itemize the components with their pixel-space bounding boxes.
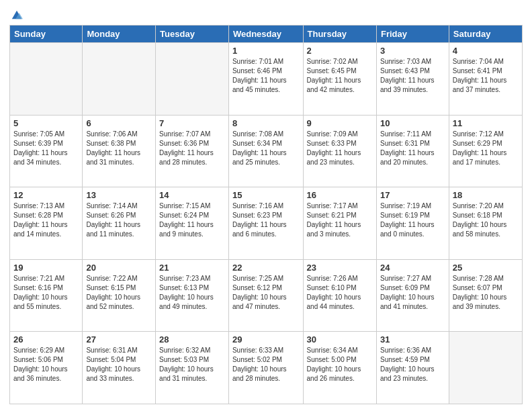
day-number: 7 [159,118,225,128]
day-number: 10 [380,118,445,128]
day-info: Sunrise: 7:21 AM Sunset: 6:16 PM Dayligh… [13,274,79,312]
day-info: Sunrise: 7:22 AM Sunset: 6:15 PM Dayligh… [86,274,152,312]
day-of-week-header: Monday [83,26,156,43]
day-info: Sunrise: 7:01 AM Sunset: 6:46 PM Dayligh… [232,57,300,95]
day-info: Sunrise: 7:25 AM Sunset: 6:12 PM Dayligh… [232,274,300,312]
day-number: 6 [86,118,152,128]
day-info: Sunrise: 7:04 AM Sunset: 6:41 PM Dayligh… [453,57,519,95]
day-number: 1 [232,46,300,56]
day-info: Sunrise: 7:16 AM Sunset: 6:23 PM Dayligh… [232,201,300,239]
calendar-day-cell: 12Sunrise: 7:13 AM Sunset: 6:28 PM Dayli… [10,187,83,260]
calendar-day-cell [156,43,229,116]
day-number: 3 [380,46,445,56]
day-number: 25 [453,263,519,273]
day-info: Sunrise: 6:33 AM Sunset: 5:02 PM Dayligh… [232,346,300,383]
day-info: Sunrise: 7:09 AM Sunset: 6:33 PM Dayligh… [307,130,373,167]
day-info: Sunrise: 6:36 AM Sunset: 4:59 PM Dayligh… [380,346,445,383]
day-number: 28 [159,334,225,345]
calendar-day-cell: 10Sunrise: 7:11 AM Sunset: 6:31 PM Dayli… [376,115,449,187]
calendar-day-cell: 27Sunrise: 6:31 AM Sunset: 5:04 PM Dayli… [83,332,156,404]
calendar-header-row: SundayMondayTuesdayWednesdayThursdayFrid… [10,26,523,43]
calendar-day-cell: 25Sunrise: 7:28 AM Sunset: 6:07 PM Dayli… [449,259,522,332]
day-number: 31 [380,334,445,345]
day-info: Sunrise: 7:08 AM Sunset: 6:34 PM Dayligh… [232,130,300,167]
day-number: 15 [232,190,300,200]
calendar-day-cell: 1Sunrise: 7:01 AM Sunset: 6:46 PM Daylig… [228,43,303,116]
calendar-day-cell: 7Sunrise: 7:07 AM Sunset: 6:36 PM Daylig… [156,115,229,187]
calendar-day-cell: 30Sunrise: 6:34 AM Sunset: 5:00 PM Dayli… [303,332,376,404]
day-number: 21 [159,263,225,273]
calendar-day-cell: 28Sunrise: 6:32 AM Sunset: 5:03 PM Dayli… [156,332,229,404]
calendar-day-cell: 24Sunrise: 7:27 AM Sunset: 6:09 PM Dayli… [376,259,449,332]
calendar-day-cell: 31Sunrise: 6:36 AM Sunset: 4:59 PM Dayli… [376,332,449,404]
calendar-day-cell: 26Sunrise: 6:29 AM Sunset: 5:06 PM Dayli… [10,332,83,404]
day-number: 29 [232,334,300,345]
day-info: Sunrise: 7:28 AM Sunset: 6:07 PM Dayligh… [453,274,519,312]
calendar-day-cell: 23Sunrise: 7:26 AM Sunset: 6:10 PM Dayli… [303,259,376,332]
day-info: Sunrise: 6:32 AM Sunset: 5:03 PM Dayligh… [159,346,225,383]
day-of-week-header: Wednesday [228,26,303,43]
day-number: 26 [13,334,79,345]
day-info: Sunrise: 7:17 AM Sunset: 6:21 PM Dayligh… [307,201,373,239]
calendar-day-cell: 21Sunrise: 7:23 AM Sunset: 6:13 PM Dayli… [156,259,229,332]
calendar-day-cell: 13Sunrise: 7:14 AM Sunset: 6:26 PM Dayli… [83,187,156,260]
day-info: Sunrise: 7:11 AM Sunset: 6:31 PM Dayligh… [380,130,445,167]
day-number: 27 [86,334,152,345]
day-of-week-header: Saturday [449,26,522,43]
day-info: Sunrise: 6:29 AM Sunset: 5:06 PM Dayligh… [13,346,79,383]
calendar-day-cell: 4Sunrise: 7:04 AM Sunset: 6:41 PM Daylig… [449,43,522,116]
calendar-day-cell: 8Sunrise: 7:08 AM Sunset: 6:34 PM Daylig… [228,115,303,187]
day-info: Sunrise: 7:23 AM Sunset: 6:13 PM Dayligh… [159,274,225,312]
day-number: 9 [307,118,373,128]
day-info: Sunrise: 7:03 AM Sunset: 6:43 PM Dayligh… [380,57,445,95]
day-number: 22 [232,263,300,273]
day-number: 13 [86,190,152,200]
calendar-day-cell: 18Sunrise: 7:20 AM Sunset: 6:18 PM Dayli… [449,187,522,260]
day-number: 2 [307,46,373,56]
calendar-day-cell: 16Sunrise: 7:17 AM Sunset: 6:21 PM Dayli… [303,187,376,260]
day-number: 11 [453,118,519,128]
day-number: 30 [307,334,373,345]
day-info: Sunrise: 7:07 AM Sunset: 6:36 PM Dayligh… [159,130,225,167]
day-info: Sunrise: 7:06 AM Sunset: 6:38 PM Dayligh… [86,130,152,167]
day-number: 20 [86,263,152,273]
calendar-day-cell: 11Sunrise: 7:12 AM Sunset: 6:29 PM Dayli… [449,115,522,187]
day-info: Sunrise: 7:14 AM Sunset: 6:26 PM Dayligh… [86,201,152,239]
calendar-day-cell: 6Sunrise: 7:06 AM Sunset: 6:38 PM Daylig… [83,115,156,187]
calendar-day-cell: 20Sunrise: 7:22 AM Sunset: 6:15 PM Dayli… [83,259,156,332]
calendar-day-cell [83,43,156,116]
day-number: 8 [232,118,300,128]
day-info: Sunrise: 6:31 AM Sunset: 5:04 PM Dayligh… [86,346,152,383]
day-of-week-header: Tuesday [156,26,229,43]
calendar-table: SundayMondayTuesdayWednesdayThursdayFrid… [9,25,523,404]
day-number: 19 [13,263,79,273]
calendar-week-row: 12Sunrise: 7:13 AM Sunset: 6:28 PM Dayli… [10,187,523,260]
calendar-day-cell: 9Sunrise: 7:09 AM Sunset: 6:33 PM Daylig… [303,115,376,187]
calendar-day-cell: 14Sunrise: 7:15 AM Sunset: 6:24 PM Dayli… [156,187,229,260]
calendar-week-row: 1Sunrise: 7:01 AM Sunset: 6:46 PM Daylig… [10,43,523,116]
calendar-day-cell: 3Sunrise: 7:03 AM Sunset: 6:43 PM Daylig… [376,43,449,116]
calendar-week-row: 26Sunrise: 6:29 AM Sunset: 5:06 PM Dayli… [10,332,523,404]
calendar-day-cell: 19Sunrise: 7:21 AM Sunset: 6:16 PM Dayli… [10,259,83,332]
calendar-day-cell: 2Sunrise: 7:02 AM Sunset: 6:45 PM Daylig… [303,43,376,116]
day-info: Sunrise: 7:12 AM Sunset: 6:29 PM Dayligh… [453,130,519,167]
calendar-day-cell [10,43,83,116]
day-info: Sunrise: 7:05 AM Sunset: 6:39 PM Dayligh… [13,130,79,167]
logo-icon [11,9,23,21]
day-of-week-header: Friday [376,26,449,43]
calendar-day-cell: 22Sunrise: 7:25 AM Sunset: 6:12 PM Dayli… [228,259,303,332]
day-of-week-header: Sunday [10,26,83,43]
day-number: 16 [307,190,373,200]
day-of-week-header: Thursday [303,26,376,43]
day-info: Sunrise: 7:13 AM Sunset: 6:28 PM Dayligh… [13,201,79,239]
calendar-day-cell: 29Sunrise: 6:33 AM Sunset: 5:02 PM Dayli… [228,332,303,404]
day-number: 14 [159,190,225,200]
day-number: 24 [380,263,445,273]
calendar-week-row: 19Sunrise: 7:21 AM Sunset: 6:16 PM Dayli… [10,259,523,332]
day-number: 17 [380,190,445,200]
calendar-day-cell: 5Sunrise: 7:05 AM Sunset: 6:39 PM Daylig… [10,115,83,187]
day-info: Sunrise: 7:20 AM Sunset: 6:18 PM Dayligh… [453,201,519,239]
calendar-day-cell: 17Sunrise: 7:19 AM Sunset: 6:19 PM Dayli… [376,187,449,260]
day-info: Sunrise: 7:27 AM Sunset: 6:09 PM Dayligh… [380,274,445,312]
day-info: Sunrise: 7:02 AM Sunset: 6:45 PM Dayligh… [307,57,373,95]
